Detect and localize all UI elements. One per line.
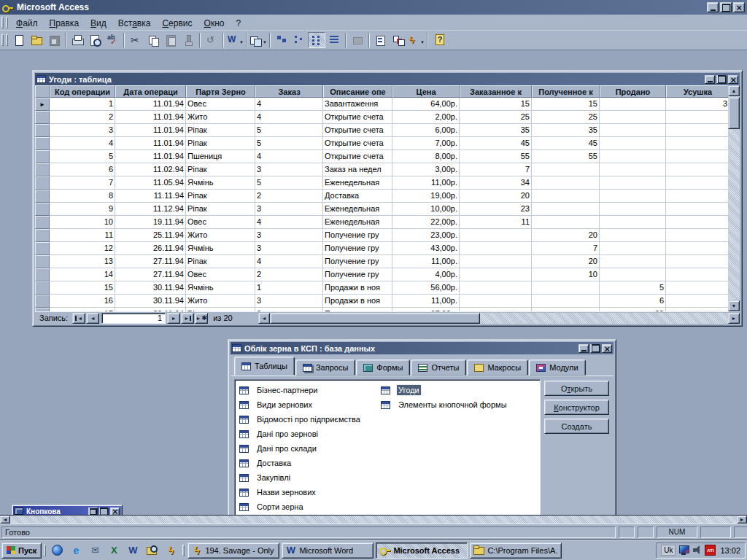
row-selector[interactable] xyxy=(35,137,50,150)
table-cell[interactable]: 64,00р. xyxy=(392,98,460,111)
column-header[interactable]: Цена xyxy=(392,85,460,98)
table-cell[interactable] xyxy=(460,295,532,308)
table-cell[interactable]: 11.01.94 xyxy=(115,150,186,163)
column-header[interactable]: Заказ xyxy=(255,85,323,98)
workspace-scroll-right-icon[interactable]: ► xyxy=(737,516,747,524)
workspace-horizontal-scrollbar[interactable]: ◄ ► xyxy=(0,515,747,524)
table-cell[interactable] xyxy=(666,242,728,255)
row-selector[interactable] xyxy=(35,255,50,268)
table-cell[interactable]: 4 xyxy=(255,111,323,124)
scroll-down-icon[interactable]: ▼ xyxy=(728,300,740,311)
minimize-button[interactable] xyxy=(707,2,719,12)
table-cell[interactable]: 55 xyxy=(532,150,600,163)
table-cell[interactable]: 30.11.94 xyxy=(115,281,186,295)
print-button[interactable] xyxy=(69,32,86,48)
table-cell[interactable]: Еженедельная xyxy=(323,203,392,216)
table-cell[interactable]: 11.01.94 xyxy=(115,98,186,111)
table-cell[interactable] xyxy=(666,281,728,295)
table-cell[interactable]: 11,00р. xyxy=(392,176,460,190)
db-object-item[interactable]: Элементы кнопочной формы xyxy=(381,397,538,412)
table-cell[interactable] xyxy=(460,242,532,255)
table-cell[interactable]: 20 xyxy=(532,229,600,242)
db-object-item[interactable]: Види зернових xyxy=(239,397,378,412)
winamp-quicklaunch-button[interactable] xyxy=(163,542,179,559)
internet-explorer-quicklaunch-button[interactable] xyxy=(68,542,84,559)
database-minimize-button[interactable] xyxy=(578,344,589,353)
table-cell[interactable]: 12 xyxy=(50,242,115,255)
scroll-up-icon[interactable]: ▲ xyxy=(728,85,740,96)
table-cell[interactable]: 14 xyxy=(50,268,115,281)
minimized-maximize-button[interactable] xyxy=(99,508,109,516)
table-cell[interactable]: 3 xyxy=(666,98,728,111)
large-icons-button[interactable] xyxy=(273,32,290,48)
table-cell[interactable]: 9 xyxy=(50,203,115,216)
new-record-button[interactable]: ►✱ xyxy=(195,313,208,324)
row-selector[interactable] xyxy=(35,163,50,176)
msn-quicklaunch-button[interactable] xyxy=(49,542,65,559)
table-cell[interactable]: 3 xyxy=(255,242,323,255)
table-cell[interactable]: 55 xyxy=(460,150,532,163)
table-cell[interactable]: 11,00р. xyxy=(392,255,460,268)
table-cell[interactable]: 26.11.94 xyxy=(115,242,186,255)
table-cell[interactable]: 4 xyxy=(255,98,323,111)
table-cell[interactable]: 11.12.94 xyxy=(115,203,186,216)
table-cell[interactable]: Овес xyxy=(186,268,255,281)
table-cell[interactable]: 22,00р. xyxy=(392,216,460,229)
spelling-button[interactable] xyxy=(104,32,121,48)
table-cell[interactable]: 20 xyxy=(460,190,532,203)
table-cell[interactable] xyxy=(532,216,600,229)
table-cell[interactable]: 4 xyxy=(50,137,115,150)
table-cell[interactable]: 7,00р. xyxy=(392,137,460,150)
row-selector[interactable] xyxy=(35,203,50,216)
first-record-button[interactable]: ◄ xyxy=(72,313,85,324)
dropdown-arrow-icon[interactable] xyxy=(263,34,267,47)
table-cell[interactable]: 19,00р. xyxy=(392,190,460,203)
table-cell[interactable]: 2 xyxy=(255,190,323,203)
table-cell[interactable]: 2 xyxy=(255,268,323,281)
table-cell[interactable] xyxy=(666,255,728,268)
table-cell[interactable]: Ріпак xyxy=(186,190,255,203)
table-cell[interactable]: 4 xyxy=(255,216,323,229)
new-database-button[interactable] xyxy=(10,32,28,48)
table-cell[interactable]: Жито xyxy=(186,295,255,308)
table-cell[interactable]: 1 xyxy=(50,98,115,111)
last-record-button[interactable]: ► xyxy=(181,313,194,324)
table-cell[interactable]: Получение гру xyxy=(323,229,392,242)
table-cell[interactable] xyxy=(600,203,666,216)
db-object-item[interactable]: Бізнес-партнери xyxy=(239,383,378,397)
table-cell[interactable]: Получение гру xyxy=(323,268,392,281)
table-cell[interactable]: 13 xyxy=(50,255,115,268)
datasheet-close-button[interactable] xyxy=(728,75,738,84)
display-tray-icon[interactable] xyxy=(678,545,689,556)
table-cell[interactable]: Открытие счета xyxy=(323,111,392,124)
language-indicator[interactable]: Uk xyxy=(661,545,676,556)
table-cell[interactable] xyxy=(666,124,728,137)
table-cell[interactable] xyxy=(666,137,728,150)
row-selector-header[interactable] xyxy=(35,85,50,98)
maximize-button[interactable] xyxy=(720,2,732,12)
table-cell[interactable]: Овес xyxy=(186,216,255,229)
table-cell[interactable]: 4,00р. xyxy=(392,268,460,281)
table-cell[interactable] xyxy=(600,242,666,255)
table-cell[interactable]: 5 xyxy=(255,176,323,190)
table-cell[interactable] xyxy=(532,176,600,190)
scroll-right-icon[interactable]: ► xyxy=(728,313,740,324)
table-cell[interactable]: 3 xyxy=(255,203,323,216)
db-object-item[interactable]: Закупівлі xyxy=(239,470,378,485)
db-object-item[interactable]: Відомості про підприємства xyxy=(239,412,378,427)
table-cell[interactable]: Ріпак xyxy=(186,163,255,176)
tab-reports[interactable]: Отчеты xyxy=(411,359,466,376)
menu-item[interactable]: Вид xyxy=(85,17,112,30)
table-cell[interactable] xyxy=(460,229,532,242)
table-cell[interactable] xyxy=(532,281,600,295)
table-cell[interactable]: Ячмінь xyxy=(186,242,255,255)
table-cell[interactable]: Продажи в ноя xyxy=(323,295,392,308)
table-cell[interactable]: Ріпак xyxy=(186,255,255,268)
table-cell[interactable]: Завантаження xyxy=(323,98,392,111)
table-cell[interactable]: 3,00р. xyxy=(392,163,460,176)
open-button[interactable]: Открыть xyxy=(544,381,609,396)
row-selector[interactable] xyxy=(35,111,50,124)
table-cell[interactable]: 23 xyxy=(460,203,532,216)
table-cell[interactable]: 35 xyxy=(532,124,600,137)
table-cell[interactable]: 35 xyxy=(460,124,532,137)
